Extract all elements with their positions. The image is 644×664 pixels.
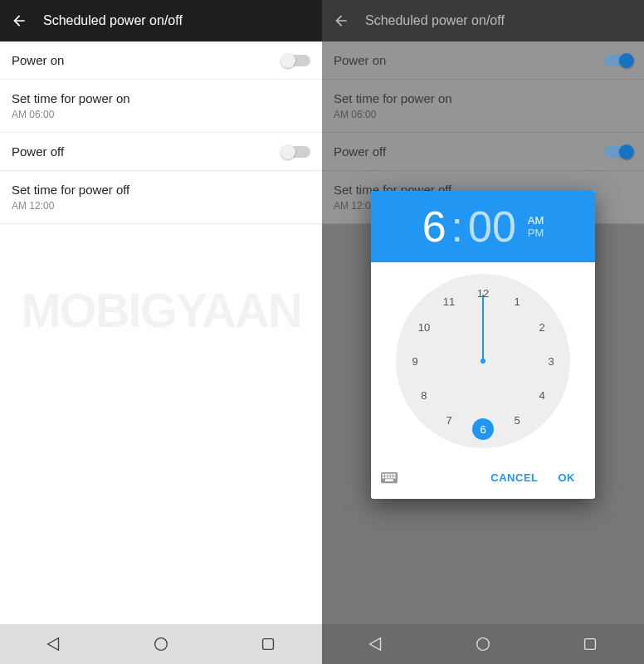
clock-face[interactable]: 121234567891011 bbox=[396, 274, 570, 448]
dialog-actions: CANCEL OK bbox=[371, 460, 595, 499]
set-on-value: AM 06:00 bbox=[12, 109, 130, 120]
settings-content: Power on Set time for power on AM 06:00 … bbox=[0, 42, 322, 624]
appbar-title: Scheduled power on/off bbox=[365, 13, 505, 28]
svg-rect-12 bbox=[393, 476, 395, 478]
clock-hour-7[interactable]: 7 bbox=[438, 409, 460, 431]
pm-label[interactable]: PM bbox=[528, 227, 544, 239]
clock-hour-12[interactable]: 12 bbox=[472, 282, 494, 304]
svg-rect-5 bbox=[388, 474, 389, 476]
time-colon: : bbox=[451, 202, 463, 251]
back-arrow-icon[interactable] bbox=[8, 10, 30, 32]
appbar: Scheduled power on/off bbox=[0, 0, 322, 42]
svg-rect-9 bbox=[385, 476, 387, 478]
svg-rect-6 bbox=[391, 474, 393, 476]
set-off-value: AM 12:00 bbox=[12, 200, 129, 212]
power-on-label: Power on bbox=[12, 53, 64, 67]
back-arrow-icon[interactable] bbox=[330, 10, 352, 32]
svg-point-0 bbox=[155, 638, 168, 651]
clock-hour-2[interactable]: 2 bbox=[531, 316, 553, 338]
clock-hour-10[interactable]: 10 bbox=[413, 316, 435, 338]
toggle-power-on[interactable] bbox=[282, 55, 310, 66]
nav-recent-icon[interactable] bbox=[581, 635, 599, 653]
nav-recent-icon[interactable] bbox=[259, 635, 277, 653]
am-label[interactable]: AM bbox=[528, 214, 544, 227]
svg-rect-10 bbox=[388, 476, 389, 478]
screenshot-right: Scheduled power on/off Power on Set time… bbox=[322, 0, 644, 664]
svg-rect-4 bbox=[385, 474, 387, 476]
time-hour[interactable]: 6 bbox=[422, 202, 446, 251]
set-off-label: Set time for power off bbox=[12, 183, 129, 197]
row-power-on[interactable]: Power on bbox=[0, 42, 322, 80]
svg-rect-15 bbox=[585, 639, 596, 650]
row-set-power-off-time[interactable]: Set time for power off AM 12:00 bbox=[0, 171, 322, 224]
power-off-label: Power off bbox=[12, 144, 64, 159]
row-set-power-on-time[interactable]: Set time for power on AM 06:00 bbox=[0, 80, 322, 133]
keyboard-icon[interactable] bbox=[381, 472, 398, 484]
dialog-backdrop[interactable]: 6 : 00 AM PM 121234567891011 bbox=[322, 42, 644, 624]
clock-hour-6[interactable]: 6 bbox=[472, 418, 494, 440]
ampm-group: AM PM bbox=[528, 214, 544, 239]
navbar bbox=[322, 624, 644, 664]
svg-rect-7 bbox=[393, 474, 395, 476]
nav-home-icon[interactable] bbox=[152, 635, 170, 653]
nav-home-icon[interactable] bbox=[474, 635, 492, 653]
clock-hour-1[interactable]: 1 bbox=[506, 291, 528, 313]
svg-rect-1 bbox=[263, 639, 274, 650]
svg-rect-11 bbox=[391, 476, 393, 478]
row-power-off[interactable]: Power off bbox=[0, 133, 322, 171]
nav-back-icon[interactable] bbox=[45, 635, 63, 653]
svg-rect-8 bbox=[383, 476, 384, 478]
clock-hour-11[interactable]: 11 bbox=[438, 291, 460, 313]
clock-hand bbox=[482, 295, 484, 361]
navbar bbox=[0, 624, 322, 664]
settings-content-dimmed: Power on Set time for power on AM 06:00 … bbox=[322, 42, 644, 624]
toggle-power-off[interactable] bbox=[282, 146, 310, 158]
clock-hour-3[interactable]: 3 bbox=[540, 350, 562, 372]
nav-back-icon[interactable] bbox=[367, 635, 385, 653]
svg-rect-13 bbox=[385, 480, 393, 481]
screenshot-left: Scheduled power on/off Power on Set time… bbox=[0, 0, 322, 664]
clock-hour-9[interactable]: 9 bbox=[404, 350, 426, 372]
svg-rect-3 bbox=[383, 474, 384, 476]
clock-hour-8[interactable]: 8 bbox=[413, 384, 435, 406]
time-picker-dialog: 6 : 00 AM PM 121234567891011 bbox=[371, 191, 595, 499]
set-on-label: Set time for power on bbox=[12, 91, 130, 105]
clock-center-dot bbox=[481, 359, 485, 364]
time-minute[interactable]: 00 bbox=[468, 202, 516, 251]
watermark-text: MOBIGYAAN bbox=[0, 282, 322, 338]
cancel-button[interactable]: CANCEL bbox=[481, 466, 548, 489]
clock-face-wrap: 121234567891011 bbox=[371, 262, 595, 460]
svg-point-14 bbox=[477, 638, 490, 651]
clock-hour-4[interactable]: 4 bbox=[531, 384, 553, 406]
ok-button[interactable]: OK bbox=[549, 466, 586, 489]
appbar-title: Scheduled power on/off bbox=[43, 13, 183, 28]
clock-hour-5[interactable]: 5 bbox=[506, 409, 528, 431]
appbar: Scheduled power on/off bbox=[322, 0, 644, 42]
time-picker-header: 6 : 00 AM PM bbox=[371, 191, 595, 262]
